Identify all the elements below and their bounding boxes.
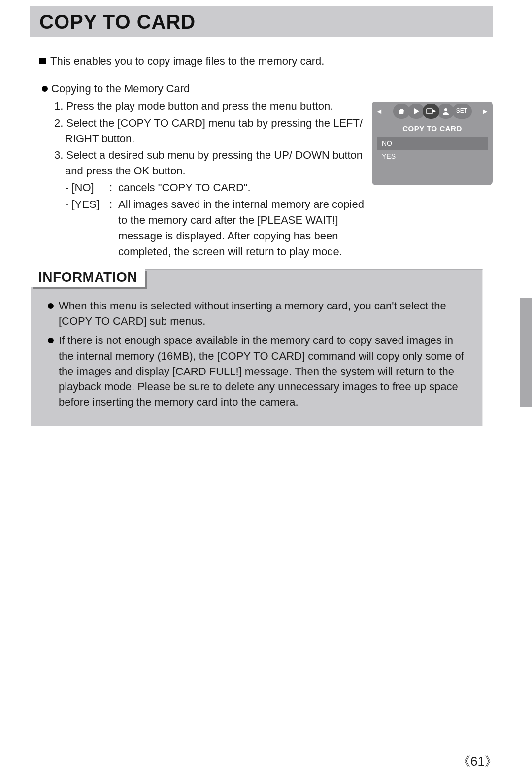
colon: : <box>109 180 118 196</box>
page-number: 《61》 <box>458 753 498 770</box>
info-bullet-1: When this menu is selected without inser… <box>48 298 470 329</box>
lcd-tab-row: ◄ SET ► <box>372 102 493 121</box>
section-heading-row: Copying to the Memory Card <box>39 81 493 97</box>
option-yes: - [YES] : All images saved in the intern… <box>65 197 367 260</box>
information-box: INFORMATION When this menu is selected w… <box>31 269 483 426</box>
information-list: When this menu is selected without inser… <box>43 298 470 410</box>
step-3: 3. Select a desired sub menu by pressing… <box>54 147 367 179</box>
play-tab-icon <box>408 104 425 119</box>
lead-line: This enables you to copy image files to … <box>39 53 493 69</box>
option-no: - [NO] : cancels "COPY TO CARD". <box>65 180 367 196</box>
lcd-item-yes: YES <box>377 150 488 163</box>
trash-tab-icon <box>393 104 410 119</box>
info-text-1: When this menu is selected without inser… <box>59 300 446 327</box>
step-1: 1. Press the play mode button and press … <box>54 99 367 114</box>
section-heading: Copying to the Memory Card <box>51 82 190 95</box>
option-no-label: - [NO] <box>65 180 109 196</box>
steps-column: 1. Press the play mode button and press … <box>39 99 367 261</box>
lcd-menu: NO YES <box>372 137 493 163</box>
bracket-right-icon: 》 <box>485 754 498 769</box>
bullet-icon <box>42 86 48 92</box>
option-no-desc: cancels "COPY TO CARD". <box>118 180 367 196</box>
lcd-menu-title: COPY TO CARD <box>372 121 493 137</box>
person-tab-icon <box>437 104 454 119</box>
option-yes-desc: All images saved in the internal memory … <box>118 197 367 260</box>
page-number-value: 61 <box>470 754 485 769</box>
left-arrow-icon: ◄ <box>375 106 384 116</box>
step-2: 2. Select the [COPY TO CARD] menu tab by… <box>54 115 367 147</box>
info-text-2: If there is not enough space available i… <box>59 334 464 408</box>
page-title: COPY TO CARD <box>30 6 493 33</box>
svg-point-1 <box>444 108 447 111</box>
info-bullet-2: If there is not enough space available i… <box>48 333 470 409</box>
camera-lcd: ◄ SET ► COPY TO CARD NO YES <box>372 102 493 185</box>
side-tab <box>520 298 532 407</box>
option-yes-label: - [YES] <box>65 197 109 260</box>
square-bullet-icon <box>39 58 46 64</box>
colon: : <box>109 197 118 260</box>
bullet-icon <box>48 338 54 343</box>
option-list: - [NO] : cancels "COPY TO CARD". - [YES]… <box>65 180 367 259</box>
set-tab-icon: SET <box>452 104 472 119</box>
bullet-icon <box>48 303 54 309</box>
lead-text: This enables you to copy image files to … <box>50 55 324 67</box>
page-title-bar: COPY TO CARD <box>30 6 493 37</box>
svg-rect-0 <box>427 109 432 114</box>
information-heading: INFORMATION <box>31 269 145 287</box>
lcd-tab-icons: SET <box>394 104 471 119</box>
step-list: 1. Press the play mode button and press … <box>54 99 367 179</box>
right-arrow-icon: ► <box>481 106 490 116</box>
copy-to-card-tab-icon <box>423 104 439 119</box>
set-label: SET <box>456 107 467 115</box>
bracket-left-icon: 《 <box>458 754 470 769</box>
body-content: This enables you to copy image files to … <box>39 53 493 261</box>
lcd-item-no: NO <box>377 137 488 150</box>
